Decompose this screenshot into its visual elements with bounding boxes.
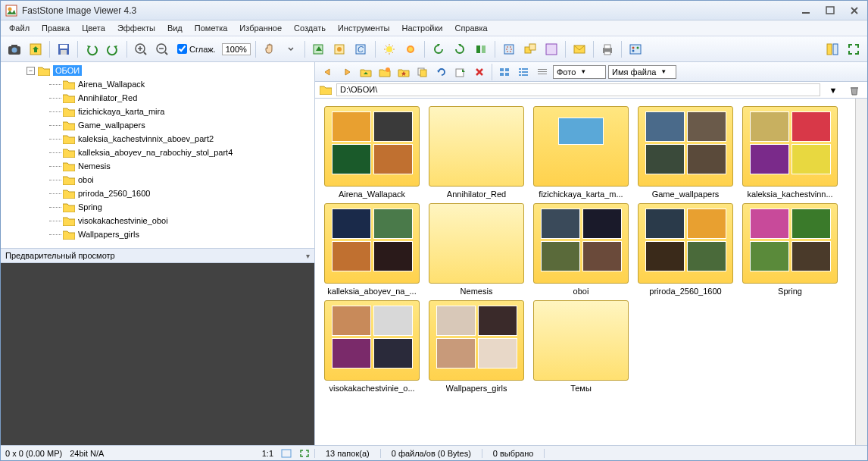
zoom-in-icon[interactable] <box>132 40 150 58</box>
preview-header[interactable]: Предварительный просмотр ▾ <box>1 248 314 263</box>
hand-more-icon[interactable] <box>282 40 300 58</box>
svg-rect-28 <box>604 45 610 49</box>
thumbnail-item[interactable]: oboi <box>532 203 630 296</box>
thumbnail-item[interactable]: kaleksia_kachestvinn... <box>741 106 839 199</box>
lighten-icon[interactable] <box>380 40 398 58</box>
menu-help[interactable]: Справка <box>449 22 492 34</box>
svg-rect-24 <box>529 44 535 50</box>
hand-icon[interactable] <box>261 40 279 58</box>
flip-h-icon[interactable] <box>472 40 490 58</box>
layout-icon[interactable] <box>823 40 841 58</box>
menu-favorites[interactable]: Избранное <box>234 22 287 34</box>
menu-tools[interactable]: Инструменты <box>333 22 395 34</box>
sun-icon[interactable] <box>401 40 420 58</box>
capture-icon[interactable] <box>5 40 23 58</box>
fullscreen-icon[interactable] <box>845 40 863 58</box>
thumbnail-item[interactable]: fizichickaya_karta_m... <box>532 106 630 199</box>
folder-icon <box>63 162 75 171</box>
thumbnail-item[interactable]: priroda_2560_1600 <box>636 203 735 296</box>
thumbnail-item[interactable]: Nemesis <box>427 203 526 296</box>
menu-create[interactable]: Создать <box>289 22 331 34</box>
thumbnail-item[interactable]: kalleksia_aboyev_na_... <box>323 203 421 296</box>
minimize-button[interactable] <box>798 5 814 17</box>
menu-settings[interactable]: Настройки <box>397 22 448 34</box>
back-icon[interactable] <box>320 64 336 80</box>
undo-icon[interactable] <box>83 40 101 58</box>
fit-icon[interactable] <box>281 449 292 458</box>
zoom-combo[interactable]: 100% <box>222 43 251 55</box>
close-button[interactable] <box>846 5 863 17</box>
tree-node[interactable]: Wallpapers_girls <box>2 227 313 241</box>
rotate-right-icon[interactable] <box>451 40 469 58</box>
path-dropdown-icon[interactable]: ▼ <box>825 83 841 98</box>
tool-b-icon[interactable] <box>331 40 349 58</box>
canvas-icon[interactable] <box>542 40 560 58</box>
sort-combo[interactable]: Имя файла▼ <box>608 65 676 79</box>
tree-root[interactable]: − ОБОИ <box>2 64 313 77</box>
view-list-icon[interactable] <box>515 64 532 80</box>
tool-c-icon[interactable]: C <box>352 40 370 58</box>
right-panel: Фото▼ Имя файла▼ D:\ОБОИ\ ▼ Airena_Walla… <box>315 62 867 445</box>
thumbnail-item[interactable]: Темы <box>532 300 630 393</box>
svg-rect-30 <box>630 45 641 54</box>
forward-icon[interactable] <box>339 64 355 80</box>
favorites-icon[interactable] <box>395 64 412 80</box>
expand-icon[interactable] <box>299 449 310 458</box>
scrollbar[interactable] <box>855 99 867 445</box>
menu-effects[interactable]: Эффекты <box>112 22 161 34</box>
refresh-icon[interactable] <box>433 64 450 80</box>
tree-node[interactable]: visokakachestvinie_oboi <box>2 214 313 227</box>
trash-icon[interactable] <box>846 83 863 98</box>
tree-node[interactable]: oboi <box>2 173 313 187</box>
tree-node[interactable]: kaleksia_kachestvinnix_aboev_part2 <box>2 132 313 146</box>
delete-icon[interactable] <box>471 64 488 80</box>
crop-icon[interactable] <box>500 40 518 58</box>
tree-node[interactable]: Spring <box>2 200 313 214</box>
new-folder-icon[interactable] <box>376 64 393 80</box>
tree-node[interactable]: Game_wallpapers <box>2 118 313 132</box>
resize-icon[interactable] <box>521 40 539 58</box>
save-icon[interactable] <box>55 40 73 58</box>
view-large-icon[interactable] <box>496 64 513 80</box>
tree-node[interactable]: Nemesis <box>2 159 313 173</box>
svg-rect-40 <box>500 68 504 71</box>
print-icon[interactable] <box>598 40 617 58</box>
export-icon[interactable] <box>452 64 469 80</box>
tree-node[interactable]: Annihilator_Red <box>2 91 313 105</box>
menu-tag[interactable]: Пометка <box>189 22 233 34</box>
collapse-icon[interactable]: − <box>27 67 35 75</box>
thumbnail-item[interactable]: Game_wallpapers <box>636 106 735 199</box>
tree-node[interactable]: Airena_Wallapack <box>2 77 313 91</box>
maximize-button[interactable] <box>822 5 838 17</box>
thumbnail-item[interactable]: visokakachestvinie_o... <box>323 300 421 393</box>
email-icon[interactable] <box>570 40 589 58</box>
menu-file[interactable]: Файл <box>4 22 35 34</box>
menu-edit[interactable]: Правка <box>36 22 75 34</box>
up-icon[interactable] <box>358 64 374 80</box>
tool-a-icon[interactable] <box>310 40 328 58</box>
tree-node[interactable]: fizichickaya_karta_mira <box>2 105 313 118</box>
smooth-checkbox[interactable]: Сглаж. <box>177 44 216 54</box>
tree-node[interactable]: priroda_2560_1600 <box>2 187 313 200</box>
settings-icon[interactable] <box>626 40 645 58</box>
menu-view[interactable]: Вид <box>162 22 188 34</box>
folder-tree[interactable]: − ОБОИ Airena_WallapackAnnihilator_Redfi… <box>1 62 314 248</box>
chevron-down-icon[interactable]: ▾ <box>306 252 310 260</box>
thumbnail-item[interactable]: Annihilator_Red <box>427 106 526 199</box>
view-mode-combo[interactable]: Фото▼ <box>553 65 606 79</box>
zoom-out-icon[interactable] <box>153 40 171 58</box>
thumbnail-item[interactable]: Spring <box>741 203 839 296</box>
redo-icon[interactable] <box>104 40 122 58</box>
thumbnail-area[interactable]: Airena_WallapackAnnihilator_Redfizichick… <box>315 99 867 445</box>
menu-colors[interactable]: Цвета <box>76 22 111 34</box>
thumbnail-item[interactable]: Airena_Wallapack <box>323 106 421 199</box>
tree-node-label: fizichickaya_karta_mira <box>78 107 164 116</box>
thumbnail-item[interactable]: Wallpapers_girls <box>427 300 526 393</box>
view-details-icon[interactable] <box>534 64 551 80</box>
folder-icon <box>63 134 75 144</box>
rotate-left-icon[interactable] <box>429 40 448 58</box>
copy-icon[interactable] <box>414 64 431 80</box>
tree-node[interactable]: kalleksia_aboyev_na_rabochiy_stol_part4 <box>2 146 313 159</box>
path-input[interactable]: D:\ОБОИ\ <box>336 83 820 96</box>
acquire-icon[interactable] <box>27 40 45 58</box>
